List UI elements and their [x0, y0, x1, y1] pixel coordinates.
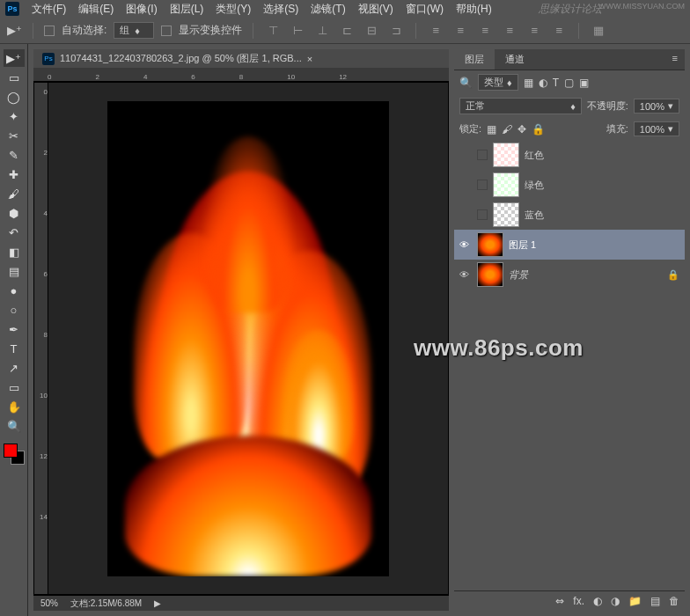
menu-image[interactable]: 图像(I)	[126, 2, 157, 17]
menu-window[interactable]: 窗口(W)	[406, 2, 444, 17]
mask-icon[interactable]: ◐	[593, 595, 602, 607]
marquee-tool[interactable]: ▭	[4, 69, 25, 86]
distribute-right-icon[interactable]: ≡	[550, 23, 568, 39]
auto-select-checkbox[interactable]	[44, 26, 55, 36]
fire-image	[107, 101, 389, 576]
document-title: 11074431_122403780263_2.jpg @ 50% (图层 1,…	[60, 52, 302, 65]
lock-icon: 🔒	[667, 269, 679, 281]
move-tool-icon[interactable]: ▶⁺	[7, 24, 22, 37]
menu-help[interactable]: 帮助(H)	[456, 2, 492, 17]
app-logo: Ps	[5, 2, 19, 16]
canvas[interactable]	[48, 83, 448, 594]
crop-tool[interactable]: ✂	[4, 127, 25, 144]
menu-layer[interactable]: 图层(L)	[170, 2, 204, 17]
menu-edit[interactable]: 编辑(E)	[78, 2, 114, 17]
filter-adjust-icon[interactable]: ◐	[539, 77, 547, 89]
lasso-tool[interactable]: ◯	[4, 88, 25, 106]
move-tool[interactable]: ▶⁺	[4, 49, 25, 67]
gradient-tool[interactable]: ▤	[4, 262, 25, 280]
ruler-vertical: 02468101214	[34, 83, 48, 594]
filter-shape-icon[interactable]: ▢	[564, 77, 574, 89]
history-brush-tool[interactable]: ↶	[4, 224, 25, 241]
auto-select-label: 自动选择:	[62, 23, 106, 38]
layer-red[interactable]: 红色	[454, 140, 685, 170]
lock-trans-icon[interactable]: ▦	[487, 123, 496, 136]
layer-background[interactable]: 👁 背景 🔒	[454, 260, 685, 290]
wand-tool[interactable]: ✦	[4, 107, 25, 125]
filter-type-icon[interactable]: T	[553, 77, 559, 89]
distribute-bottom-icon[interactable]: ≡	[476, 23, 494, 39]
doc-size: 文档:2.15M/6.88M	[70, 598, 142, 610]
watermark: www.86ps.com	[414, 334, 584, 362]
blur-tool[interactable]: ●	[4, 282, 25, 299]
show-transform-checkbox[interactable]	[161, 26, 172, 36]
align-bottom-icon[interactable]: ⊥	[313, 23, 331, 39]
opacity-label: 不透明度:	[587, 99, 628, 113]
ruler-horizontal: 024681012	[33, 68, 449, 82]
tab-channels[interactable]: 通道	[495, 49, 535, 70]
lock-label: 锁定:	[459, 122, 481, 136]
zoom-level[interactable]: 50%	[40, 598, 58, 608]
menu-type[interactable]: 类型(Y)	[216, 2, 251, 17]
path-tool[interactable]: ↗	[4, 359, 25, 377]
filter-pixel-icon[interactable]: ▦	[524, 77, 533, 89]
adjust-icon[interactable]: ◑	[611, 595, 620, 607]
layers-panel: 图层 通道 ≡ 🔍 类型♦ ▦ ◐ T ▢ ▣ 正常♦ 不透明度: 100%▾ …	[454, 49, 685, 611]
group-icon[interactable]: 📁	[628, 595, 642, 607]
align-right-icon[interactable]: ⊐	[387, 23, 405, 39]
eyedropper-tool[interactable]: ✎	[4, 146, 25, 164]
type-tool[interactable]: T	[4, 340, 25, 357]
eraser-tool[interactable]: ◧	[4, 243, 25, 260]
ps-doc-icon: Ps	[42, 53, 55, 65]
link-layers-icon[interactable]: ⇔	[555, 595, 564, 607]
delete-layer-icon[interactable]: 🗑	[669, 595, 679, 607]
document-tab[interactable]: Ps 11074431_122403780263_2.jpg @ 50% (图层…	[33, 49, 449, 68]
distribute-hmid-icon[interactable]: ≡	[525, 23, 543, 39]
align-vmid-icon[interactable]: ⊢	[289, 23, 306, 39]
forum-title: 思缘设计论坛	[539, 2, 602, 17]
stamp-tool[interactable]: ⬢	[4, 204, 25, 222]
distribute-left-icon[interactable]: ≡	[501, 23, 518, 39]
heal-tool[interactable]: ✚	[4, 165, 25, 183]
shape-tool[interactable]: ▭	[4, 378, 25, 396]
layer-blue[interactable]: 蓝色	[454, 200, 685, 230]
options-bar: ▶⁺ 自动选择: 组♦ 显示变换控件 ⊤ ⊢ ⊥ ⊏ ⊟ ⊐ ≡ ≡ ≡ ≡ ≡…	[0, 18, 690, 44]
filter-type-combo[interactable]: 类型♦	[478, 74, 518, 91]
layer-1[interactable]: 👁 图层 1	[454, 230, 685, 260]
dodge-tool[interactable]: ○	[4, 301, 25, 319]
lock-move-icon[interactable]: ✥	[518, 123, 526, 136]
lock-all-icon[interactable]: 🔒	[532, 123, 545, 136]
close-tab-icon[interactable]: ×	[307, 54, 312, 64]
blend-mode-combo[interactable]: 正常♦	[459, 98, 582, 114]
opacity-input[interactable]: 100%▾	[634, 99, 679, 114]
search-icon: 🔍	[459, 77, 473, 89]
auto-select-combo[interactable]: 组♦	[114, 22, 154, 39]
zoom-tool[interactable]: 🔍	[4, 417, 25, 435]
pen-tool[interactable]: ✒	[4, 320, 25, 338]
align-hmid-icon[interactable]: ⊟	[363, 23, 380, 39]
menu-select[interactable]: 选择(S)	[263, 2, 298, 17]
fx-icon[interactable]: fx.	[573, 595, 584, 607]
arrange-icon[interactable]: ▦	[590, 23, 607, 39]
brush-tool[interactable]: 🖌	[4, 185, 25, 202]
align-top-icon[interactable]: ⊤	[264, 23, 282, 39]
distribute-top-icon[interactable]: ≡	[427, 23, 444, 39]
hand-tool[interactable]: ✋	[4, 398, 25, 415]
filter-smart-icon[interactable]: ▣	[579, 77, 589, 89]
panel-menu-icon[interactable]: ≡	[665, 49, 685, 70]
document-window: Ps 11074431_122403780263_2.jpg @ 50% (图层…	[33, 49, 449, 611]
menu-filter[interactable]: 滤镜(T)	[311, 2, 345, 17]
color-swatches[interactable]	[4, 444, 25, 465]
fill-input[interactable]: 100%▾	[634, 121, 679, 136]
visibility-icon[interactable]: 👁	[459, 269, 472, 280]
fill-label: 填充:	[606, 122, 628, 136]
align-left-icon[interactable]: ⊏	[338, 23, 356, 39]
tab-layers[interactable]: 图层	[454, 49, 495, 70]
visibility-icon[interactable]: 👁	[459, 239, 472, 250]
new-layer-icon[interactable]: ▤	[650, 595, 660, 607]
distribute-vmid-icon[interactable]: ≡	[451, 23, 469, 39]
lock-brush-icon[interactable]: 🖌	[502, 123, 512, 136]
menu-view[interactable]: 视图(V)	[358, 2, 393, 17]
layer-green[interactable]: 绿色	[454, 170, 685, 200]
menu-file[interactable]: 文件(F)	[32, 2, 66, 17]
